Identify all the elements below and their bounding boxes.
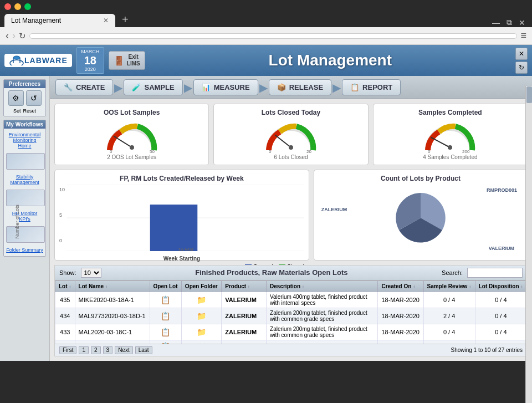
svg-rect-19 [150, 205, 198, 251]
scrollbar-thumb[interactable] [526, 86, 532, 103]
cell-lot-name: MAL97732020-03-18B-1 [75, 340, 150, 344]
lots-table: Lot ↕ Lot Name ↕ Open Lot Open Folder Pr… [55, 280, 527, 344]
cell-open-folder[interactable]: 📁 [181, 340, 221, 344]
step-release[interactable]: 📦 RELEASE [269, 79, 331, 95]
show-select[interactable]: 10 25 50 [81, 268, 101, 278]
table-row[interactable]: 435 MIKE2020-03-18A-1 📋 📁 VALERIUM Valer… [55, 292, 527, 308]
sample-button[interactable]: 🧪 SAMPLE [124, 79, 182, 95]
col-open-lot: Open Lot [150, 280, 181, 292]
cell-product: ZALERIUM [222, 324, 267, 340]
arrow-3: ▶ [259, 81, 268, 94]
col-description[interactable]: Description ↕ [267, 280, 378, 292]
browser-tab[interactable]: Lot Management ✕ [4, 14, 115, 27]
cell-lot: 433 [55, 324, 75, 340]
table-row[interactable]: 434 MAL97732020-03-18D-1 📋 📁 ZALERIUM Za… [55, 308, 527, 324]
svg-point-13 [448, 145, 452, 150]
cell-open-folder[interactable]: 📁 [181, 292, 221, 308]
arrow-1: ▶ [114, 81, 122, 94]
svg-line-4 [114, 136, 132, 147]
cell-lot-disposition: 0 / 4 [475, 292, 526, 308]
refresh-icon[interactable]: ↻ [19, 31, 26, 41]
cell-lot-disposition: 0 / 4 [475, 308, 526, 324]
svg-text:0: 0 [428, 149, 431, 153]
svg-line-8 [275, 135, 291, 147]
table-row[interactable]: 432 MAL97732020-03-18B-1 📋 📁 RMPROD001 R… [55, 340, 527, 344]
page-last[interactable]: Last [135, 346, 152, 354]
lots-closed-label: 6 Lots Closed [218, 154, 363, 160]
svg-text:200: 200 [462, 149, 470, 153]
reset-button[interactable]: ↺ [26, 90, 42, 106]
workflow-hd-monitor[interactable]: HD Monitor KPI's [6, 211, 43, 222]
col-sample-review[interactable]: Sample Review ↕ [423, 280, 475, 292]
set-button[interactable]: ⚙ [8, 90, 24, 106]
svg-text:0: 0 [269, 149, 272, 153]
oos-label: 2 OOS Lot Samples [59, 154, 204, 160]
cell-open-lot[interactable]: 📋 [150, 308, 181, 324]
cell-open-folder[interactable]: 📁 [181, 308, 221, 324]
pagination[interactable]: First 1 2 3 Next Last [59, 346, 152, 354]
cell-product: RMPROD001 [222, 340, 267, 344]
arrow-2: ▶ [184, 81, 192, 94]
col-lot[interactable]: Lot ↕ [55, 280, 75, 292]
step-measure[interactable]: 📊 MEASURE [193, 79, 258, 95]
cell-open-folder[interactable]: 📁 [181, 324, 221, 340]
tab-label: Lot Management [11, 17, 61, 24]
show-label: Show: [59, 269, 76, 276]
cell-lot: 432 [55, 340, 75, 344]
step-sample[interactable]: 🧪 SAMPLE [124, 79, 182, 95]
exit-lims-button[interactable]: 🚪 ExitLIMS [109, 51, 145, 70]
new-tab-button[interactable]: + [117, 12, 133, 27]
close-app-button[interactable]: ✕ [515, 48, 528, 60]
measure-icon: 📊 [202, 83, 211, 91]
step-report[interactable]: 📋 REPORT [342, 79, 401, 95]
address-bar[interactable] [29, 33, 517, 39]
scrollbar-track[interactable] [525, 86, 532, 403]
page-first[interactable]: First [59, 346, 76, 354]
workflow-env-monitoring[interactable]: Environmental Monitoring Home [6, 132, 43, 149]
valerium-label: VALERIUM [489, 246, 514, 251]
measure-button[interactable]: 📊 MEASURE [193, 79, 258, 95]
page-1[interactable]: 1 [79, 346, 89, 354]
workflow-folder-summary[interactable]: Folder Summary [6, 247, 43, 253]
table-row[interactable]: 433 MAL2020-03-18C-1 📋 📁 ZALERIUM Zaleri… [55, 324, 527, 340]
sample-icon: 🧪 [132, 83, 141, 91]
forward-button[interactable]: › [12, 30, 16, 42]
col-product[interactable]: Product ↕ [222, 280, 267, 292]
page-3[interactable]: 3 [103, 346, 113, 354]
pie-chart-title: Count of Lots by Product [319, 175, 523, 182]
menu-button[interactable]: ≡ [520, 30, 526, 42]
refresh-app-button[interactable]: ↻ [515, 62, 528, 74]
cell-description: Zalerium 200mg tablet, finished product … [267, 324, 378, 340]
cell-lot: 434 [55, 308, 75, 324]
release-icon: 📦 [277, 83, 286, 91]
release-button[interactable]: 📦 RELEASE [269, 79, 331, 95]
svg-text:20: 20 [306, 149, 311, 153]
rmprod-label: RMPROD001 [487, 187, 517, 193]
cell-sample-review: 0 / 0 [423, 340, 475, 344]
cell-open-lot[interactable]: 📋 [150, 324, 181, 340]
step-create[interactable]: 🔧 CREATE [55, 79, 113, 95]
date-box: March 18 2020 [76, 47, 104, 74]
cell-created-on: 18-MAR-2020 [378, 324, 423, 340]
col-created-on[interactable]: Created On ↕ [378, 280, 423, 292]
cell-sample-review: 2 / 4 [423, 308, 475, 324]
page-next[interactable]: Next [115, 346, 133, 354]
cell-created-on: 18-MAR-2020 [378, 340, 423, 344]
page-2[interactable]: 2 [91, 346, 101, 354]
cell-open-lot[interactable]: 📋 [150, 292, 181, 308]
samples-title: Samples Completed [378, 109, 523, 116]
tab-close-icon[interactable]: ✕ [103, 17, 109, 24]
cell-product: VALERIUM [222, 292, 267, 308]
col-lot-name[interactable]: Lot Name ↕ [75, 280, 150, 292]
app-title: Lot Management [150, 52, 511, 69]
report-icon: 📋 [350, 83, 359, 91]
create-button[interactable]: 🔧 CREATE [55, 79, 113, 95]
search-input[interactable] [467, 268, 523, 278]
cell-lot-name: MAL2020-03-18C-1 [75, 324, 150, 340]
report-button[interactable]: 📋 REPORT [342, 79, 401, 95]
back-button[interactable]: ‹ [6, 30, 9, 42]
col-lot-disposition[interactable]: Lot Disposition ↕ [475, 280, 526, 292]
workflow-stability[interactable]: Stability Management [6, 174, 43, 185]
preferences-section: Preferences ⚙ ↺ Set Reset [3, 79, 46, 116]
cell-open-lot[interactable]: 📋 [150, 340, 181, 344]
